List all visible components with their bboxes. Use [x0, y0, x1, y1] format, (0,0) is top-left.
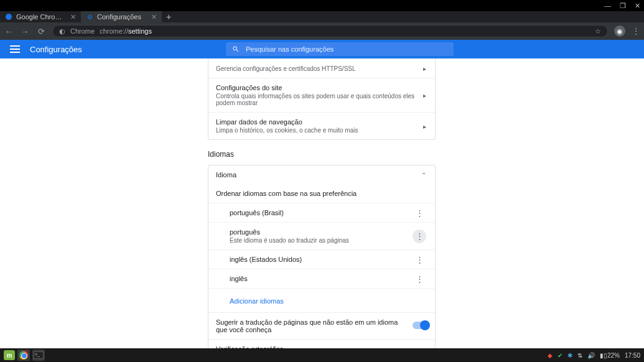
- tab-close-icon[interactable]: ✕: [151, 13, 157, 21]
- tab-close-icon[interactable]: ✕: [70, 13, 76, 21]
- taskbar-app-chrome[interactable]: [17, 350, 30, 361]
- browser-tab[interactable]: Google Chrome no Linux fica t ✕: [0, 11, 81, 22]
- window-minimize-button[interactable]: —: [604, 2, 611, 9]
- tray-network-icon[interactable]: ⇅: [577, 352, 582, 359]
- tray-volume-icon[interactable]: 🔊: [587, 352, 595, 359]
- window-maximize-button[interactable]: ❐: [620, 2, 626, 10]
- language-item-menu-button[interactable]: ⋮: [413, 272, 426, 285]
- chrome-icon: [19, 351, 28, 360]
- new-tab-button[interactable]: +: [162, 11, 175, 22]
- tab-title: Google Chrome no Linux fica t: [16, 13, 67, 21]
- profile-avatar-button[interactable]: ◉: [614, 26, 625, 37]
- start-menu-button[interactable]: m: [4, 350, 15, 360]
- language-item: inglês ⋮: [208, 269, 435, 288]
- svg-rect-2: [10, 52, 20, 53]
- browser-tab-active[interactable]: ⚙ Configurações ✕: [81, 11, 162, 22]
- address-origin-label: Chrome: [70, 27, 95, 35]
- bookmark-star-icon[interactable]: ☆: [595, 27, 601, 35]
- nav-reload-button[interactable]: ⟳: [36, 27, 46, 36]
- chevron-right-icon: ▸: [423, 65, 426, 72]
- system-titlebar: — ❐ ✕: [0, 0, 644, 11]
- language-expand-row[interactable]: Idioma ⌃: [208, 165, 435, 184]
- tray-clock[interactable]: 17:50: [625, 352, 640, 359]
- language-item-menu-button[interactable]: ⋮: [413, 253, 426, 266]
- svg-rect-0: [10, 45, 20, 47]
- window-close-button[interactable]: ✕: [635, 2, 640, 10]
- tray-update-icon[interactable]: ◆: [548, 352, 553, 359]
- translate-suggest-toggle[interactable]: [413, 320, 429, 332]
- tray-bluetooth-icon[interactable]: ✱: [567, 352, 572, 359]
- settings-header: Configurações: [0, 40, 644, 58]
- chevron-right-icon: ▸: [423, 92, 426, 99]
- settings-row-certificates[interactable]: Gerencia configurações e certificados HT…: [208, 58, 435, 78]
- tray-shield-icon[interactable]: ✔: [558, 352, 562, 359]
- language-item: português Este idioma é usado ao traduzi…: [208, 222, 435, 249]
- settings-search[interactable]: [226, 42, 454, 56]
- tray-battery-indicator[interactable]: ▮▯22%: [600, 352, 620, 359]
- chevron-up-icon: ⌃: [421, 172, 426, 179]
- search-icon: [232, 45, 240, 53]
- browser-tabstrip: Google Chrome no Linux fica t ✕ ⚙ Config…: [0, 11, 644, 22]
- language-order-hint: Ordenar idiomas com base na sua preferên…: [208, 184, 435, 203]
- address-url: chrome://settings: [100, 27, 152, 35]
- language-item-menu-button[interactable]: ⋮: [413, 230, 426, 243]
- nav-forward-button[interactable]: →: [20, 27, 30, 36]
- toolbar: ← → ⟳ ◐ Chrome chrome://settings ☆ ◉ ⋮: [0, 22, 644, 40]
- add-languages-link[interactable]: Adicionar idiomas: [230, 297, 284, 305]
- language-item-menu-button[interactable]: ⋮: [413, 206, 426, 220]
- site-info-icon[interactable]: ◐: [59, 27, 65, 35]
- settings-row-clear-data[interactable]: Limpar dados de navegação Limpa o histór…: [208, 112, 435, 139]
- taskbar-app-terminal[interactable]: >_: [32, 350, 45, 361]
- settings-content: Gerencia configurações e certificados HT…: [0, 58, 644, 348]
- system-taskbar: m >_ ◆ ✔ ✱ ⇅ 🔊 ▮▯22% 17:50: [0, 348, 644, 362]
- nav-back-button[interactable]: ←: [4, 27, 14, 36]
- add-languages-row: Adicionar idiomas: [208, 288, 435, 312]
- settings-row-site-settings[interactable]: Configurações do site Controla quais inf…: [208, 78, 435, 112]
- language-item: inglês (Estados Unidos) ⋮: [208, 249, 435, 269]
- spellcheck-row[interactable]: Verificação ortográfica português (Brasi…: [208, 339, 435, 348]
- translate-suggest-row: Sugerir a tradução de páginas que não es…: [208, 312, 435, 339]
- terminal-icon: >_: [34, 351, 44, 359]
- address-bar[interactable]: ◐ Chrome chrome://settings ☆: [52, 25, 608, 37]
- page-title: Configurações: [30, 45, 82, 54]
- chevron-right-icon: ▸: [423, 123, 426, 129]
- languages-card: Idioma ⌃ Ordenar idiomas com base na sua…: [208, 165, 436, 348]
- tab-favicon-gear-icon: ⚙: [86, 13, 93, 21]
- menu-hamburger-icon[interactable]: [10, 45, 20, 53]
- section-heading-languages: Idiomas: [208, 150, 436, 159]
- browser-menu-button[interactable]: ⋮: [632, 26, 640, 36]
- tab-favicon: [5, 13, 12, 21]
- svg-rect-1: [10, 49, 20, 50]
- tab-title: Configurações: [97, 13, 147, 21]
- language-item: português (Brasil) ⋮: [208, 203, 435, 222]
- settings-search-input[interactable]: [246, 45, 447, 53]
- privacy-card: Gerencia configurações e certificados HT…: [208, 58, 436, 140]
